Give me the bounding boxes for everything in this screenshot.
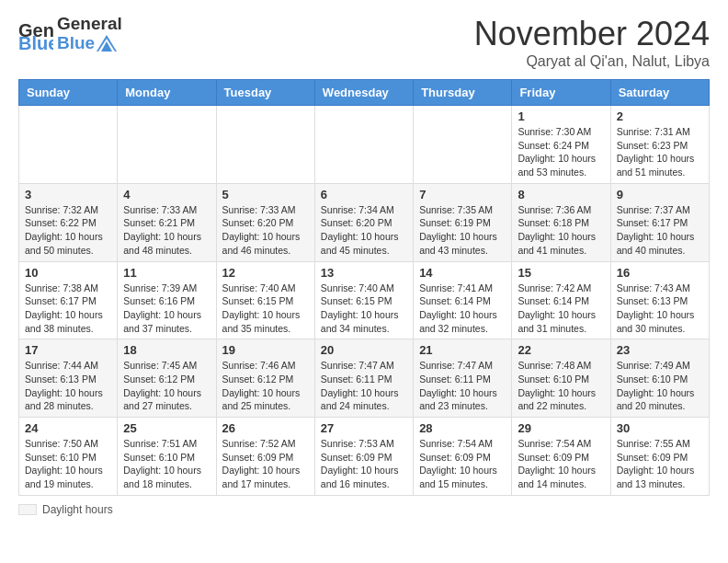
calendar-cell: 18Sunrise: 7:45 AM Sunset: 6:12 PM Dayli… — [118, 339, 216, 418]
day-number: 9 — [617, 188, 703, 201]
day-number: 4 — [123, 188, 210, 201]
calendar-cell: 14Sunrise: 7:41 AM Sunset: 6:14 PM Dayli… — [414, 261, 512, 339]
calendar-cell: 16Sunrise: 7:43 AM Sunset: 6:13 PM Dayli… — [610, 261, 709, 339]
day-number: 17 — [25, 343, 111, 357]
day-info: Sunrise: 7:49 AM Sunset: 6:10 PM Dayligh… — [617, 359, 703, 413]
calendar-cell: 23Sunrise: 7:49 AM Sunset: 6:10 PM Dayli… — [610, 339, 709, 418]
svg-text:Blue: Blue — [18, 33, 53, 52]
day-info: Sunrise: 7:40 AM Sunset: 6:15 PM Dayligh… — [321, 282, 407, 336]
day-info: Sunrise: 7:54 AM Sunset: 6:09 PM Dayligh… — [518, 437, 604, 491]
day-number: 13 — [321, 266, 407, 280]
calendar-cell: 4Sunrise: 7:33 AM Sunset: 6:21 PM Daylig… — [118, 183, 216, 261]
calendar-week-3: 17Sunrise: 7:44 AM Sunset: 6:13 PM Dayli… — [19, 339, 710, 418]
day-info: Sunrise: 7:38 AM Sunset: 6:17 PM Dayligh… — [25, 282, 111, 336]
col-friday: Friday — [512, 80, 610, 106]
page-container: General Blue General Blue — [0, 0, 728, 531]
logo-general: General — [57, 15, 122, 34]
subtitle: Qaryat al Qi'an, Nalut, Libya — [474, 53, 710, 70]
calendar-cell — [216, 106, 314, 184]
day-info: Sunrise: 7:33 AM Sunset: 6:20 PM Dayligh… — [222, 203, 309, 258]
day-number: 14 — [419, 266, 506, 280]
calendar-cell: 24Sunrise: 7:50 AM Sunset: 6:10 PM Dayli… — [19, 418, 118, 496]
legend-box — [18, 504, 37, 515]
header: General Blue General Blue — [18, 15, 710, 70]
day-info: Sunrise: 7:52 AM Sunset: 6:09 PM Dayligh… — [222, 437, 309, 491]
day-info: Sunrise: 7:47 AM Sunset: 6:11 PM Dayligh… — [321, 359, 407, 413]
day-info: Sunrise: 7:41 AM Sunset: 6:14 PM Dayligh… — [419, 282, 506, 336]
calendar-cell — [414, 106, 512, 184]
calendar-cell: 30Sunrise: 7:55 AM Sunset: 6:09 PM Dayli… — [610, 418, 709, 496]
day-number: 24 — [25, 421, 111, 435]
col-monday: Monday — [118, 80, 216, 106]
day-number: 1 — [518, 109, 604, 123]
day-number: 7 — [419, 188, 506, 201]
calendar-week-1: 3Sunrise: 7:32 AM Sunset: 6:22 PM Daylig… — [19, 183, 710, 261]
day-info: Sunrise: 7:55 AM Sunset: 6:09 PM Dayligh… — [617, 437, 703, 491]
calendar-cell: 26Sunrise: 7:52 AM Sunset: 6:09 PM Dayli… — [216, 418, 314, 496]
col-thursday: Thursday — [414, 80, 512, 106]
day-number: 21 — [419, 343, 506, 357]
calendar-cell: 6Sunrise: 7:34 AM Sunset: 6:20 PM Daylig… — [314, 183, 413, 261]
day-info: Sunrise: 7:54 AM Sunset: 6:09 PM Dayligh… — [419, 437, 506, 491]
day-number: 8 — [518, 188, 604, 201]
day-info: Sunrise: 7:51 AM Sunset: 6:10 PM Dayligh… — [123, 437, 210, 491]
col-tuesday: Tuesday — [216, 80, 314, 106]
calendar-cell: 2Sunrise: 7:31 AM Sunset: 6:23 PM Daylig… — [610, 106, 709, 184]
calendar-cell — [19, 106, 118, 184]
calendar-cell: 27Sunrise: 7:53 AM Sunset: 6:09 PM Dayli… — [314, 418, 413, 496]
calendar-cell: 12Sunrise: 7:40 AM Sunset: 6:15 PM Dayli… — [216, 261, 314, 339]
legend-label: Daylight hours — [42, 503, 113, 516]
day-info: Sunrise: 7:48 AM Sunset: 6:10 PM Dayligh… — [518, 359, 604, 413]
day-number: 27 — [321, 421, 407, 435]
logo-icon: General Blue — [18, 17, 53, 52]
calendar-cell: 8Sunrise: 7:36 AM Sunset: 6:18 PM Daylig… — [512, 183, 610, 261]
col-wednesday: Wednesday — [314, 80, 413, 106]
day-number: 19 — [222, 343, 309, 357]
day-info: Sunrise: 7:47 AM Sunset: 6:11 PM Dayligh… — [419, 359, 506, 413]
day-info: Sunrise: 7:53 AM Sunset: 6:09 PM Dayligh… — [321, 437, 407, 491]
calendar-cell: 22Sunrise: 7:48 AM Sunset: 6:10 PM Dayli… — [512, 339, 610, 418]
day-number: 18 — [123, 343, 210, 357]
day-number: 26 — [222, 421, 309, 435]
day-info: Sunrise: 7:31 AM Sunset: 6:23 PM Dayligh… — [617, 125, 703, 179]
logo-blue: Blue — [57, 34, 95, 53]
day-number: 22 — [518, 343, 604, 357]
col-saturday: Saturday — [610, 80, 709, 106]
calendar-week-2: 10Sunrise: 7:38 AM Sunset: 6:17 PM Dayli… — [19, 261, 710, 339]
calendar-cell: 20Sunrise: 7:47 AM Sunset: 6:11 PM Dayli… — [314, 339, 413, 418]
day-number: 2 — [617, 109, 703, 123]
day-number: 25 — [123, 421, 210, 435]
calendar-week-4: 24Sunrise: 7:50 AM Sunset: 6:10 PM Dayli… — [19, 418, 710, 496]
day-info: Sunrise: 7:50 AM Sunset: 6:10 PM Dayligh… — [25, 437, 111, 491]
calendar-cell: 28Sunrise: 7:54 AM Sunset: 6:09 PM Dayli… — [414, 418, 512, 496]
day-info: Sunrise: 7:33 AM Sunset: 6:21 PM Dayligh… — [123, 203, 210, 258]
calendar-cell — [118, 106, 216, 184]
calendar-header: Sunday Monday Tuesday Wednesday Thursday… — [19, 80, 710, 106]
calendar-week-0: 1Sunrise: 7:30 AM Sunset: 6:24 PM Daylig… — [19, 106, 710, 184]
calendar-cell — [314, 106, 413, 184]
day-info: Sunrise: 7:42 AM Sunset: 6:14 PM Dayligh… — [518, 282, 604, 336]
day-info: Sunrise: 7:39 AM Sunset: 6:16 PM Dayligh… — [123, 282, 210, 336]
day-number: 6 — [321, 188, 407, 201]
day-info: Sunrise: 7:34 AM Sunset: 6:20 PM Dayligh… — [321, 203, 407, 258]
day-number: 11 — [123, 266, 210, 280]
calendar-cell: 21Sunrise: 7:47 AM Sunset: 6:11 PM Dayli… — [414, 339, 512, 418]
calendar-cell: 15Sunrise: 7:42 AM Sunset: 6:14 PM Dayli… — [512, 261, 610, 339]
calendar-cell: 29Sunrise: 7:54 AM Sunset: 6:09 PM Dayli… — [512, 418, 610, 496]
calendar-cell: 13Sunrise: 7:40 AM Sunset: 6:15 PM Dayli… — [314, 261, 413, 339]
calendar-cell: 25Sunrise: 7:51 AM Sunset: 6:10 PM Dayli… — [118, 418, 216, 496]
logo: General Blue General Blue — [18, 15, 122, 53]
calendar-cell: 9Sunrise: 7:37 AM Sunset: 6:17 PM Daylig… — [610, 183, 709, 261]
day-number: 3 — [25, 188, 111, 201]
day-info: Sunrise: 7:37 AM Sunset: 6:17 PM Dayligh… — [617, 203, 703, 258]
header-row: Sunday Monday Tuesday Wednesday Thursday… — [19, 80, 710, 106]
calendar-cell: 1Sunrise: 7:30 AM Sunset: 6:24 PM Daylig… — [512, 106, 610, 184]
logo-arrow-icon — [97, 35, 117, 52]
calendar-cell: 19Sunrise: 7:46 AM Sunset: 6:12 PM Dayli… — [216, 339, 314, 418]
logo-wrapper: General Blue General Blue — [18, 15, 122, 53]
calendar-cell: 10Sunrise: 7:38 AM Sunset: 6:17 PM Dayli… — [19, 261, 118, 339]
calendar-cell: 3Sunrise: 7:32 AM Sunset: 6:22 PM Daylig… — [19, 183, 118, 261]
calendar-cell: 5Sunrise: 7:33 AM Sunset: 6:20 PM Daylig… — [216, 183, 314, 261]
day-number: 28 — [419, 421, 506, 435]
day-info: Sunrise: 7:32 AM Sunset: 6:22 PM Dayligh… — [25, 203, 111, 258]
